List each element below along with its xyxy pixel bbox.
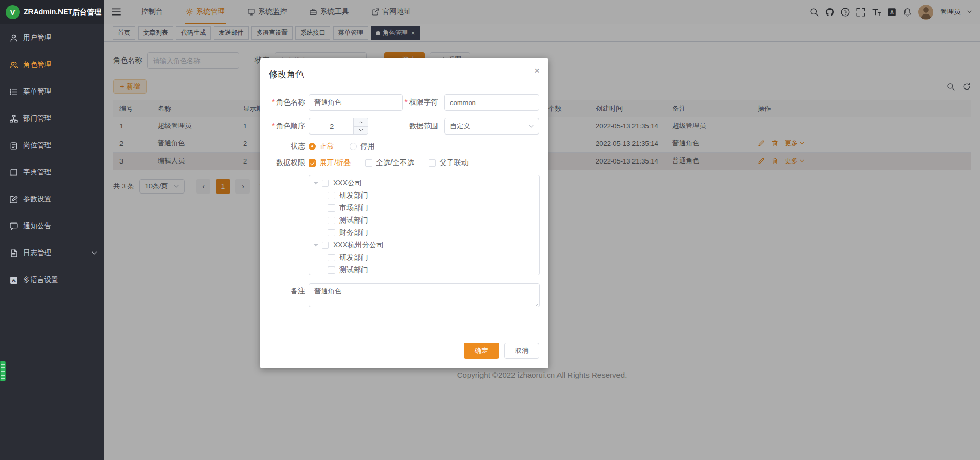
tree-node-dept[interactable]: 市场部门: [309, 202, 539, 214]
logo[interactable]: V ZRAdmin.NET后台管理: [0, 0, 104, 24]
increase-button[interactable]: [354, 118, 368, 127]
checkbox-box: [309, 159, 316, 167]
sidebar: V ZRAdmin.NET后台管理 用户管理 角色管理 菜单管理 部门管理: [0, 0, 104, 460]
status-radio-normal[interactable]: 正常: [309, 142, 334, 151]
users-icon: [10, 61, 18, 69]
checkbox-label: 展开/折叠: [320, 158, 351, 168]
decrease-button[interactable]: [354, 127, 368, 135]
tree-checkbox[interactable]: [328, 204, 335, 212]
confirm-label: 确定: [475, 346, 488, 355]
tree-node-dept[interactable]: 测试部门: [309, 264, 539, 275]
sidebar-item-label: 字典管理: [23, 168, 51, 177]
data-scope-label: 数据范围: [409, 122, 438, 131]
tree-checkbox[interactable]: [322, 180, 329, 187]
expand-collapse-checkbox[interactable]: 展开/折叠: [309, 158, 351, 168]
sidebar-item-notice[interactable]: 通知公告: [0, 213, 104, 240]
close-icon[interactable]: ×: [534, 66, 540, 76]
radio-label: 停用: [360, 142, 375, 151]
status-label: 状态: [269, 142, 305, 151]
parent-child-link-checkbox[interactable]: 父子联动: [429, 158, 469, 168]
devtools-badge[interactable]: [0, 361, 6, 381]
dialog-footer: 确定 取消: [464, 343, 539, 359]
role-sort-value: 2: [330, 123, 334, 130]
data-scope-value: 自定义: [450, 122, 470, 131]
role-key-input[interactable]: [444, 94, 539, 111]
caret-down-icon[interactable]: [313, 243, 319, 248]
data-scope-select[interactable]: 自定义: [444, 118, 539, 135]
chevron-down-icon: [529, 125, 534, 128]
sidebar-item-menu-mgmt[interactable]: 菜单管理: [0, 78, 104, 105]
tree-checkbox[interactable]: [322, 242, 329, 249]
edit-role-dialog: 修改角色 × *角色名称 *权限字符 *角色顺序 2 数据范围: [260, 58, 548, 368]
tree-label: 研发部门: [339, 253, 368, 262]
radio-label: 正常: [320, 142, 334, 151]
chevron-down-icon: [92, 251, 97, 255]
sidebar-item-param-settings[interactable]: 参数设置: [0, 186, 104, 213]
stepper-controls: [353, 118, 368, 134]
sidebar-item-user-mgmt[interactable]: 用户管理: [0, 24, 104, 51]
tree-checkbox[interactable]: [328, 192, 335, 199]
sidebar-item-label: 多语言设置: [23, 275, 58, 285]
tree-label: 测试部门: [339, 216, 368, 225]
cancel-label: 取消: [515, 346, 529, 355]
tree-label: 测试部门: [339, 265, 368, 275]
checkbox-box: [365, 159, 372, 167]
tree-checkbox[interactable]: [328, 266, 335, 274]
tree-label: XXX杭州分公司: [333, 241, 384, 250]
role-name-input[interactable]: [309, 94, 403, 111]
checkbox-label: 父子联动: [440, 158, 469, 168]
remark-wrap: 普通角色: [309, 283, 540, 309]
tree-node-dept[interactable]: 测试部门: [309, 214, 539, 227]
tree-checkbox[interactable]: [328, 254, 335, 261]
role-key-label: *权限字符: [405, 98, 438, 107]
form-row-status: 状态 正常 停用: [269, 142, 539, 151]
tree-label: 研发部门: [339, 191, 368, 200]
sidebar-item-label: 部门管理: [23, 114, 51, 123]
tree-node-dept[interactable]: 研发部门: [309, 251, 539, 264]
form-row-name-key: *角色名称 *权限字符: [269, 94, 539, 111]
select-all-checkbox[interactable]: 全选/全不选: [365, 158, 414, 168]
checkbox-box: [429, 159, 436, 167]
tree-label: 财务部门: [339, 228, 368, 238]
sidebar-item-label: 日志管理: [23, 248, 51, 258]
sidebar-item-post-mgmt[interactable]: 岗位管理: [0, 132, 104, 159]
sidebar-item-label: 参数设置: [23, 195, 51, 204]
user-icon: [10, 34, 18, 42]
chevron-down-icon: [359, 129, 363, 131]
edit-square-icon: [10, 196, 18, 203]
tree-node-dept[interactable]: 研发部门: [309, 189, 539, 202]
tree-label: XXX公司: [333, 179, 362, 188]
sidebar-item-label: 用户管理: [23, 33, 51, 42]
form-row-perm-options: 数据权限 展开/折叠 全选/全不选 父子联动: [269, 158, 539, 168]
radio-dot: [350, 143, 357, 150]
translate-icon: A: [10, 276, 18, 284]
sidebar-item-log-mgmt[interactable]: 日志管理: [0, 240, 104, 266]
caret-down-icon[interactable]: [313, 181, 319, 186]
sidebar-item-dept-mgmt[interactable]: 部门管理: [0, 105, 104, 132]
confirm-button[interactable]: 确定: [464, 343, 499, 359]
badge-icon: [10, 142, 18, 150]
cancel-button[interactable]: 取消: [504, 343, 539, 359]
document-icon: [10, 249, 18, 257]
status-radio-disabled[interactable]: 停用: [350, 142, 375, 151]
sidebar-item-dict-mgmt[interactable]: 字典管理: [0, 159, 104, 186]
remark-textarea[interactable]: 普通角色: [309, 283, 540, 307]
required-star: *: [272, 98, 275, 106]
role-sort-stepper[interactable]: 2: [309, 118, 368, 135]
sidebar-item-label: 岗位管理: [23, 141, 51, 150]
radio-dot: [309, 143, 316, 150]
tree-node-branch[interactable]: XXX杭州分公司: [309, 239, 539, 251]
tree-node-dept[interactable]: 财务部门: [309, 227, 539, 239]
svg-text:A: A: [12, 278, 16, 283]
role-name-label: *角色名称: [269, 98, 305, 107]
tree-label: 市场部门: [339, 203, 368, 213]
sidebar-item-i18n-settings[interactable]: A 多语言设置: [0, 266, 104, 293]
chevron-up-icon: [359, 121, 363, 124]
tree-checkbox[interactable]: [328, 229, 335, 236]
tree-node-company[interactable]: XXX公司: [309, 177, 539, 189]
tree-checkbox[interactable]: [328, 217, 335, 224]
form-row-remark: 备注 普通角色: [269, 283, 539, 309]
chat-icon: [10, 222, 18, 230]
sidebar-item-role-mgmt[interactable]: 角色管理: [0, 51, 104, 78]
required-star: *: [405, 98, 408, 106]
